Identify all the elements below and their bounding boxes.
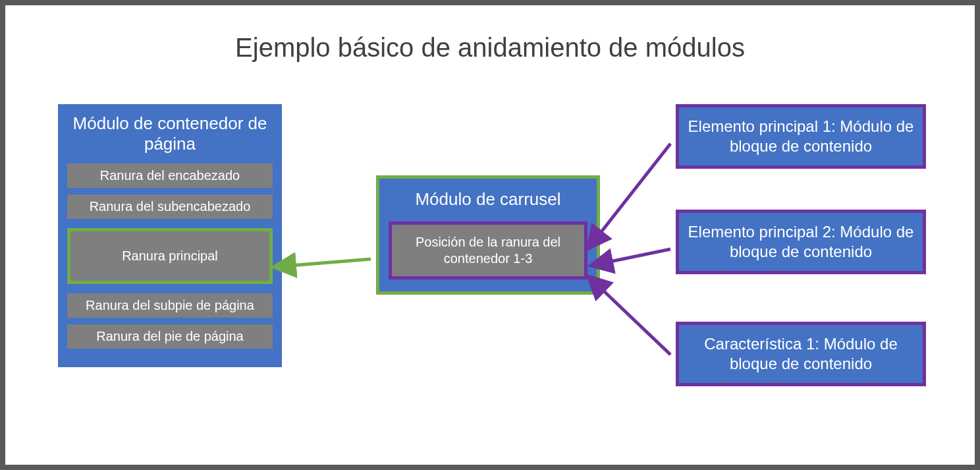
slot-main: Ranura principal	[67, 228, 273, 284]
slot-footer: Ranura del pie de página	[67, 324, 273, 349]
diagram-frame: Ejemplo básico de anidamiento de módulos…	[0, 0, 980, 470]
arrow-cb3-to-carousel	[600, 287, 670, 355]
page-container-module: Módulo de contenedor de página Ranura de…	[58, 104, 282, 367]
slot-subfooter: Ranura del subpie de página	[67, 293, 273, 318]
slot-subheader: Ranura del subencabezado	[67, 194, 273, 219]
content-block-2: Elemento principal 2: Módulo de bloque d…	[676, 210, 926, 274]
arrow-cb2-to-carousel	[607, 249, 670, 262]
slot-header: Ranura del encabezado	[67, 163, 273, 188]
carousel-module: Módulo de carrusel Posición de la ranura…	[376, 175, 600, 295]
carousel-slot: Posición de la ranura del contenedor 1-3	[389, 221, 587, 279]
page-container-title: Módulo de contenedor de página	[67, 113, 273, 154]
arrow-carousel-to-main	[290, 259, 371, 266]
diagram-title: Ejemplo básico de anidamiento de módulos	[5, 33, 975, 63]
carousel-title: Módulo de carrusel	[389, 189, 587, 210]
content-block-3: Característica 1: Módulo de bloque de co…	[676, 322, 926, 386]
arrow-cb1-to-carousel	[598, 144, 670, 236]
content-block-1: Elemento principal 1: Módulo de bloque d…	[676, 104, 926, 169]
